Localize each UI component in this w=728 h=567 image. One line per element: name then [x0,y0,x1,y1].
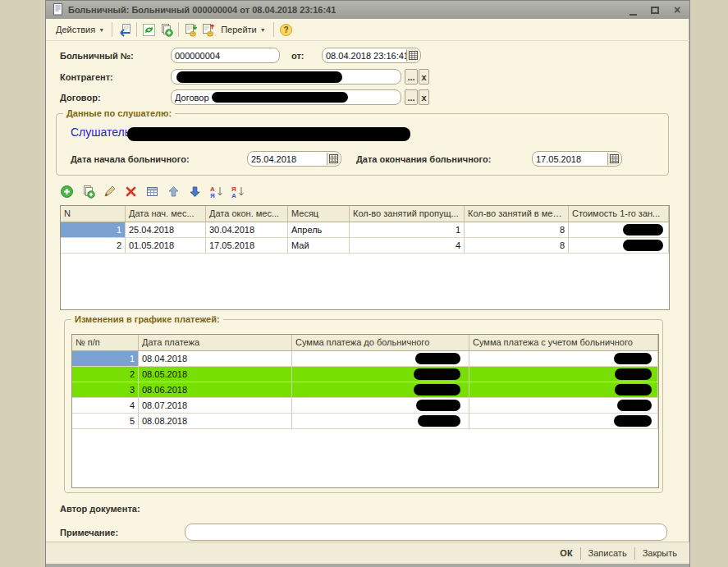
table-cell[interactable]: 30.04.2018 [206,222,288,237]
move-down-icon[interactable] [188,185,202,199]
write-button[interactable]: Записать [581,546,634,560]
number-label: Больничный №: [60,51,134,61]
table-cell[interactable]: 01.05.2018 [126,238,206,253]
document-date-input[interactable]: 08.04.2018 23:16:41 [322,48,421,63]
redacted-value [414,368,460,380]
copy-icon[interactable] [158,21,175,39]
row-number-cell[interactable]: 2 [72,367,139,382]
row-number-cell[interactable]: 2 [61,238,126,253]
sort-descending-icon[interactable]: ЯА [231,185,245,199]
maximize-button[interactable] [649,4,661,16]
table-cell[interactable]: 8 [465,238,569,253]
copy-row-icon[interactable] [81,185,95,199]
column-header[interactable]: Дата окон. мес... [206,206,288,222]
table-cell[interactable]: 1 [350,222,465,237]
save-document-icon[interactable] [116,21,133,39]
table-cell[interactable]: 25.04.2018 [126,222,206,237]
row-number-cell[interactable]: 1 [72,351,139,366]
amount-after-cell[interactable] [469,398,658,413]
payment-date-cell[interactable]: 08.08.2018 [139,414,292,428]
move-up-icon[interactable] [167,185,181,199]
column-header[interactable]: Дата нач. мес... [126,206,206,222]
svg-text:А: А [231,192,236,199]
payment-date-cell[interactable]: 08.04.2018 [139,351,292,366]
contract-input[interactable]: Договор [171,89,401,105]
column-header[interactable]: № п/п [72,335,139,350]
column-header[interactable]: Кол-во занятий пропущ... [350,206,465,222]
column-header[interactable]: Месяц [288,206,350,222]
close-button[interactable]: Закрыть [635,546,685,560]
column-header[interactable]: N [61,206,126,222]
actions-menu-button[interactable]: Действия ▼ [52,22,108,37]
cost-cell[interactable] [569,222,669,237]
listener-label: Слушатель: [71,126,134,139]
add-icon[interactable] [60,185,74,199]
column-header[interactable]: Дата платежа [139,335,292,350]
amount-before-cell[interactable] [292,351,469,366]
payment-date-cell[interactable]: 08.05.2018 [139,367,292,382]
number-input[interactable]: 000000004 [171,48,280,63]
title-bar[interactable]: Больничный: Больничный 000000004 от 08.0… [46,1,689,19]
refresh-icon[interactable] [140,21,158,39]
contract-clear-button[interactable]: x [419,89,429,105]
calendar-icon[interactable] [406,49,419,62]
redacted-value [414,384,460,396]
amount-after-cell[interactable] [469,367,658,382]
payments-table[interactable]: № п/пДата платежаСумма платежа до больни… [71,334,659,488]
counterparty-clear-button[interactable]: x [419,69,429,85]
row-number-cell[interactable]: 3 [72,382,139,397]
row-number-cell[interactable]: 1 [61,222,126,237]
amount-after-cell[interactable] [469,414,658,428]
amount-before-cell[interactable] [292,367,469,382]
amount-after-cell[interactable] [469,382,658,397]
table-cell[interactable]: Май [288,238,350,253]
cost-cell[interactable] [569,238,669,253]
calendar-icon[interactable] [607,153,620,165]
contract-label: Договор: [60,93,101,103]
table-cell[interactable]: 8 [465,222,569,237]
contract-choose-button[interactable]: ... [405,89,418,105]
sort-ascending-icon[interactable]: АЯ [209,185,223,199]
unpost-document-icon[interactable] [199,21,217,39]
payment-date-cell[interactable]: 08.07.2018 [139,398,292,413]
table-row[interactable]: 208.05.2018 [72,367,658,382]
amount-before-cell[interactable] [292,398,469,413]
close-icon[interactable]: × [671,4,683,16]
table-row[interactable]: 108.04.2018 [72,351,658,367]
table-row[interactable]: 508.08.2018 [72,414,658,429]
table-cell[interactable]: Апрель [288,222,350,237]
post-document-icon[interactable] [182,21,199,39]
sick-leave-end-input[interactable]: 17.05.2018 [532,151,622,167]
column-header[interactable]: Стоимость 1-го зан... [569,206,669,222]
sick-leave-start-input[interactable]: 25.04.2018 [247,151,341,167]
ok-button[interactable]: ОК [552,546,579,560]
note-input[interactable] [185,524,667,541]
delete-icon[interactable] [124,185,138,199]
counterparty-choose-button[interactable]: ... [405,69,418,85]
months-table[interactable]: NДата нач. мес...Дата окон. мес...МесяцК… [60,205,670,310]
amount-after-cell[interactable] [469,351,658,366]
row-number-cell[interactable]: 4 [72,398,139,413]
help-icon[interactable]: ? [277,21,295,39]
amount-before-cell[interactable] [292,382,469,397]
end-edit-icon[interactable] [145,185,159,199]
column-header[interactable]: Кол-во занятий в мес... [465,206,569,222]
column-header[interactable]: Сумма платежа с учетом больничного [469,335,658,350]
table-row[interactable]: 408.07.2018 [72,398,658,414]
table-cell[interactable]: 17.05.2018 [206,238,288,253]
minimize-button[interactable] [627,4,639,16]
calendar-icon[interactable] [327,153,340,165]
table-row[interactable]: 308.06.2018 [72,382,658,398]
row-number-cell[interactable]: 5 [72,414,139,428]
table-row[interactable]: 201.05.201817.05.2018Май48 [61,238,669,254]
amount-before-cell[interactable] [292,414,469,428]
main-toolbar: Действия ▼ Перейти ▼ ? [46,19,689,41]
edit-icon[interactable] [103,185,117,199]
counterparty-input[interactable] [171,69,401,85]
redacted-value [623,240,663,251]
table-row[interactable]: 125.04.201830.04.2018Апрель18 [61,222,669,238]
table-cell[interactable]: 4 [350,238,465,253]
goto-menu-button[interactable]: Перейти ▼ [217,22,270,37]
payment-date-cell[interactable]: 08.06.2018 [139,382,292,397]
column-header[interactable]: Сумма платежа до больничного [292,335,469,350]
